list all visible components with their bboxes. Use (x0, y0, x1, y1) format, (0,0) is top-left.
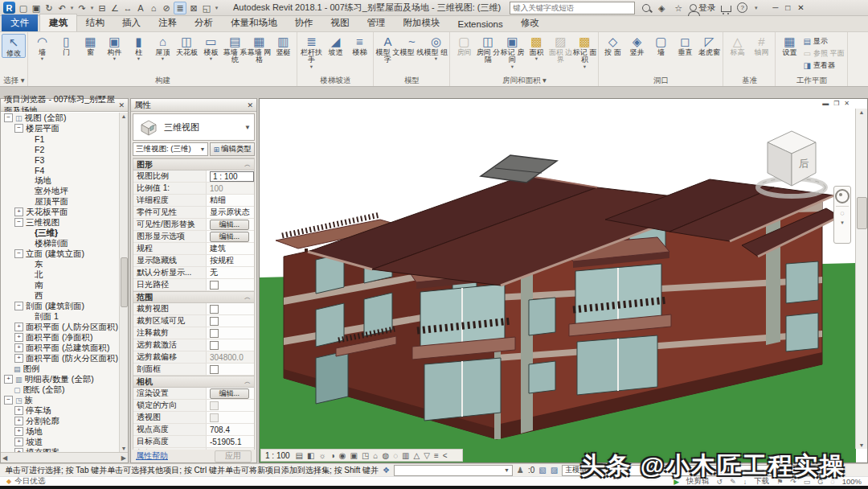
ribbon-button-2-1[interactable]: ◢坡道 (323, 34, 347, 56)
expand-icon[interactable]: + (14, 208, 23, 216)
ribbon-button-1-4[interactable]: ▮柱▾ (126, 34, 150, 61)
ribbon-button-3-0[interactable]: A模型 文字 (375, 34, 399, 64)
view-minimize-icon[interactable]: ▬ (822, 100, 829, 107)
edit-button[interactable]: 编辑... (210, 388, 249, 399)
ribbon-small-button-7-2[interactable]: ◨查看器 (803, 60, 844, 71)
property-value[interactable]: 编辑... (207, 388, 254, 399)
property-section-2[interactable]: 相机︿ (133, 376, 254, 388)
drawing-canvas[interactable]: ▬ ❒ ✕ 后 ◌ ▾ ▲ ▼ (259, 98, 868, 463)
constraints-icon[interactable]: ≡ (434, 451, 439, 460)
type-selector[interactable]: 三维视图 ▼ (133, 113, 255, 141)
visual-style-icon[interactable]: ◧ (307, 451, 314, 460)
property-value[interactable] (207, 327, 254, 339)
communication-center-icon[interactable]: ◈ (656, 1, 667, 15)
favorites-icon[interactable]: ☆ (673, 1, 684, 15)
tree-item-31[interactable]: +坡道 (1, 437, 128, 447)
project-browser-hscrollbar[interactable]: ◀ ▶ (1, 452, 128, 462)
tree-item-17[interactable]: 西 (1, 290, 128, 301)
tree-item-3[interactable]: F2 (1, 144, 128, 154)
undo-menu-icon[interactable]: ▾ (69, 1, 75, 15)
collapse-icon[interactable]: − (14, 218, 23, 227)
property-section-0[interactable]: 图形︿ (133, 158, 254, 171)
tree-item-10[interactable]: −三维视图 (1, 217, 128, 228)
tree-item-30[interactable]: +场地 (1, 426, 128, 437)
tree-item-20[interactable]: +面积平面 (人防分区面积) (1, 322, 128, 332)
expand-icon[interactable]: + (14, 343, 23, 352)
ribbon-button-1-3[interactable]: ▣构件▾ (102, 34, 126, 61)
ribbon-button-1-6[interactable]: ◫天花板 (174, 34, 199, 56)
sync-icon[interactable]: ↻ (43, 1, 55, 15)
expand-icon[interactable]: < (443, 451, 448, 460)
view-close-icon[interactable]: ✕ (844, 100, 850, 107)
maximize-button[interactable]: □ (785, 3, 790, 12)
revit-logo-icon[interactable]: R (3, 2, 15, 14)
ribbon-button-2-2[interactable]: ≡楼梯 (347, 34, 371, 56)
save-icon[interactable]: ▣ (31, 1, 42, 15)
tab-6[interactable]: 体量和场地 (222, 14, 286, 31)
collapse-icon[interactable]: − (14, 249, 23, 258)
sun-path-icon[interactable]: ☼ (319, 451, 326, 460)
ribbon-button-3-2[interactable]: ◎模型 组▾ (424, 34, 448, 61)
zoom-menu-icon[interactable]: ▾ (841, 220, 844, 226)
section-collapse-icon[interactable]: ︿ (244, 160, 251, 169)
instance-combo[interactable]: 三维视图: (三维)▼ (133, 142, 208, 156)
measure-icon[interactable]: ∠ (109, 1, 121, 15)
canvas-vscrollbar[interactable]: ▲ ▼ (855, 109, 867, 449)
ribbon-button-2-0[interactable]: ≣栏杆扶手▾ (299, 34, 323, 69)
tree-item-26[interactable]: ▢图纸 (全部) (1, 384, 128, 395)
tree-item-23[interactable]: +面积平面 (防火分区面积) (1, 353, 128, 364)
properties-close-icon[interactable]: ✕ (247, 101, 253, 109)
tree-item-27[interactable]: −◳族 (1, 395, 128, 405)
tab-2[interactable]: 结构 (77, 14, 113, 31)
tree-item-32[interactable]: +填充图案 (1, 447, 128, 452)
customize-quick-access-icon[interactable]: ▾ (214, 1, 219, 15)
scroll-down-icon[interactable]: ▼ (121, 446, 127, 451)
ribbon-button-4-2[interactable]: ▣标记 房间▾ (500, 34, 524, 69)
tree-item-14[interactable]: 东 (1, 259, 128, 269)
tree-item-25[interactable]: +▥明细表/数量 (全部) (1, 374, 128, 384)
tab-12[interactable]: 修改 (512, 14, 548, 31)
aligned-dimension-icon[interactable]: ↔ (122, 1, 133, 15)
checkbox[interactable] (210, 329, 219, 338)
property-value[interactable] (207, 412, 254, 423)
search-icon[interactable] (642, 4, 650, 12)
tree-item-2[interactable]: F1 (1, 134, 128, 144)
viewcube[interactable]: 后 (755, 121, 829, 202)
property-value[interactable]: 建筑 (207, 243, 254, 254)
ribbon-button-1-7[interactable]: ▭楼板▾ (199, 34, 223, 61)
ribbon-button-1-9[interactable]: ▦幕墙 网格 (247, 34, 271, 64)
ribbon-button-4-1[interactable]: ◫房间 分隔 (476, 34, 500, 64)
scroll-right-icon[interactable]: ▶ (121, 454, 126, 462)
scroll-up-icon[interactable]: ▲ (121, 113, 127, 119)
collapse-icon[interactable]: − (14, 302, 23, 310)
ribbon-button-3-1[interactable]: ~模型 线 (399, 34, 424, 56)
project-browser-vscrollbar[interactable]: ▲ ▼ (119, 113, 128, 452)
render-dialog-icon[interactable]: ◉ (339, 451, 346, 460)
expand-icon[interactable]: + (14, 438, 23, 446)
property-value[interactable] (207, 400, 254, 411)
expand-icon[interactable]: + (14, 323, 23, 331)
tree-item-7[interactable]: 室外地坪 (1, 186, 128, 196)
ribbon-button-1-8[interactable]: ▤幕墙 系统 (223, 34, 247, 64)
scroll-thumb[interactable] (121, 257, 128, 307)
tab-5[interactable]: 分析 (186, 14, 222, 31)
collapse-icon[interactable]: − (14, 124, 23, 133)
tree-item-18[interactable]: −剖面 (建筑剖面) (1, 301, 128, 311)
ribbon-button-4-5[interactable]: ▩标记 面积▾ (572, 34, 596, 69)
tab-11[interactable]: Extensions (449, 17, 512, 31)
ribbon-button-5-3[interactable]: ◻垂直 (673, 34, 697, 56)
property-value[interactable]: 编辑... (207, 219, 254, 230)
tree-item-29[interactable]: +分割轮廓 (1, 416, 128, 426)
tree-item-12[interactable]: 楼梯剖面 (1, 238, 128, 249)
tab-9[interactable]: 管理 (358, 14, 395, 31)
type-selector-dropdown-icon[interactable]: ▼ (241, 124, 254, 131)
collapse-icon[interactable]: − (4, 113, 13, 122)
ribbon-button-1-10[interactable]: ▥竖梃 (271, 34, 295, 56)
design-option-combo[interactable]: ▼ (394, 465, 513, 476)
property-value[interactable] (207, 339, 254, 351)
tree-item-21[interactable]: +面积平面 (净面积) (1, 332, 128, 343)
crop-view-icon[interactable]: ▣ (350, 451, 357, 460)
property-value[interactable]: 精细 (207, 195, 254, 206)
ribbon-button-1-0[interactable]: ◠墙▾ (30, 34, 54, 61)
ribbon-button-5-1[interactable]: ◈竖井 (624, 34, 649, 56)
